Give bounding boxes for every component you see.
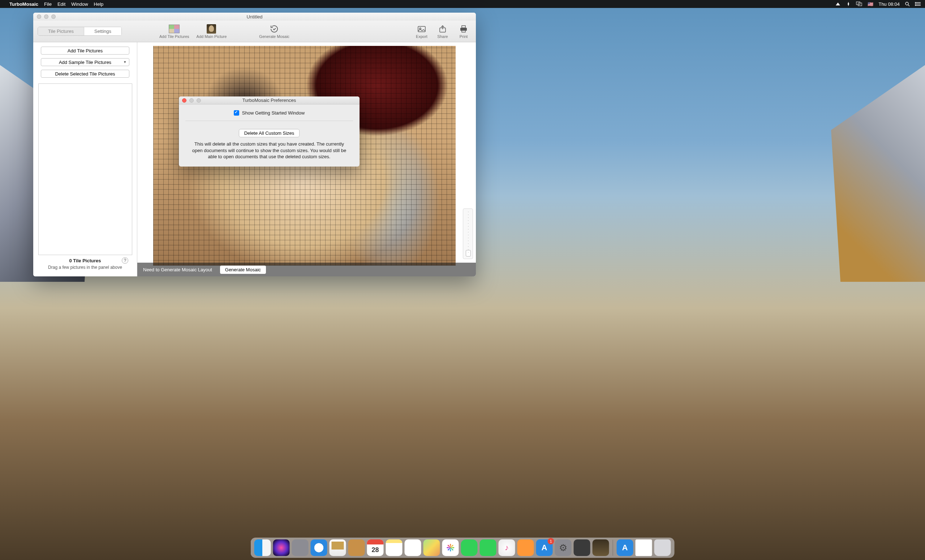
dock-maps[interactable] [423, 539, 440, 556]
toolbar-label: Export [416, 34, 428, 39]
menu-edit[interactable]: Edit [57, 2, 65, 7]
svg-point-9 [915, 5, 916, 6]
dock-messages[interactable] [461, 539, 478, 556]
status-icon-2[interactable] [846, 2, 851, 6]
dock-reminders[interactable] [405, 539, 421, 556]
preferences-titlebar[interactable]: TurboMosaic Preferences [179, 96, 360, 104]
toolbar-label: Add Main Picture [197, 34, 227, 39]
preferences-description: This will delete all the custom sizes th… [185, 141, 353, 160]
show-getting-started-checkbox[interactable] [234, 110, 239, 116]
portrait-icon [207, 24, 216, 34]
spotlight-icon[interactable] [905, 2, 910, 6]
dock-itunes[interactable] [499, 539, 515, 556]
add-main-picture-button[interactable]: Add Main Picture [195, 24, 228, 39]
app-menu[interactable]: TurboMosaic [9, 2, 38, 7]
add-tile-pictures-sidebar-button[interactable]: Add Tile Pictures [41, 47, 130, 54]
window-title: Untitled [33, 14, 476, 20]
share-button[interactable]: Share [435, 24, 450, 39]
flag-icon[interactable]: 🇺🇸 [868, 2, 873, 7]
dock-calendar[interactable] [367, 539, 384, 556]
toolbar-label: Generate Mosaic [259, 34, 289, 39]
menu-help[interactable]: Help [94, 2, 104, 7]
dock-ibooks[interactable] [517, 539, 534, 556]
dock-app-2[interactable] [617, 539, 633, 556]
svg-point-2 [905, 2, 908, 5]
svg-line-3 [908, 5, 910, 6]
menu-window[interactable]: Window [71, 2, 88, 7]
printer-icon [458, 24, 469, 34]
tab-tile-pictures[interactable]: Tile Pictures [38, 27, 84, 35]
dock-system-preferences[interactable] [555, 539, 572, 556]
dock-turbomosaic[interactable] [592, 539, 609, 556]
dock-photos[interactable] [442, 539, 459, 556]
preferences-window: TurboMosaic Preferences Show Getting Sta… [179, 96, 360, 167]
zoom-slider[interactable] [463, 208, 473, 259]
clock[interactable]: Thu 08:04 [878, 2, 900, 7]
toolbar-label: Print [459, 34, 468, 39]
dock-contacts[interactable] [348, 539, 365, 556]
dock-document[interactable] [636, 539, 652, 556]
badge: 1 [548, 538, 554, 545]
tiles-icon [169, 24, 179, 33]
menu-file[interactable]: File [44, 2, 52, 7]
zoom-knob[interactable] [466, 250, 471, 256]
dock-mail[interactable] [330, 539, 346, 556]
status-icon-1[interactable] [835, 2, 841, 6]
checkbox-label: Show Getting Started Window [242, 110, 304, 116]
tile-pictures-list[interactable] [38, 83, 132, 255]
sidebar-tab-control[interactable]: Tile Pictures Settings [38, 27, 122, 36]
dock-app-1[interactable] [574, 539, 591, 556]
add-tile-pictures-button[interactable]: Add Tile Pictures [158, 24, 191, 39]
dock-launchpad[interactable] [292, 539, 309, 556]
export-icon [416, 24, 428, 34]
export-button[interactable]: Export [414, 24, 429, 39]
print-button[interactable]: Print [456, 24, 471, 39]
dock-notes[interactable] [386, 539, 402, 556]
svg-point-7 [915, 2, 916, 3]
svg-rect-14 [462, 26, 466, 28]
preferences-title: TurboMosaic Preferences [179, 98, 360, 103]
status-bar: Need to Generate Mosaic Layout Generate … [137, 263, 476, 276]
dock-facetime[interactable] [480, 539, 496, 556]
generate-mosaic-button[interactable]: Generate Mosaic [258, 24, 291, 39]
dock: 1 [251, 537, 675, 558]
display-icon[interactable] [856, 2, 862, 6]
share-icon [437, 24, 448, 34]
system-menubar: TurboMosaic File Edit Window Help 🇺🇸 Thu… [0, 0, 925, 8]
generate-mosaic-status-button[interactable]: Generate Mosaic [220, 265, 266, 274]
sidebar: Add Tile Pictures Add Sample Tile Pictur… [33, 42, 137, 276]
svg-rect-13 [460, 28, 467, 31]
toolbar: Tile Pictures Settings Add Tile Pictures… [33, 21, 476, 42]
delete-selected-button[interactable]: Delete Selected Tile Pictures [41, 70, 130, 78]
toolbar-label: Add Tile Pictures [159, 34, 189, 39]
menu-extras-icon[interactable] [915, 2, 920, 6]
toolbar-label: Share [437, 34, 448, 39]
delete-custom-sizes-button[interactable]: Delete All Custom Sizes [239, 129, 300, 137]
drag-hint: Drag a few pictures in the panel above [37, 265, 133, 270]
tab-settings[interactable]: Settings [84, 27, 121, 35]
dock-finder[interactable] [255, 539, 271, 556]
refresh-icon [268, 24, 280, 34]
tile-count-label: 0 Tile Pictures [37, 258, 133, 263]
svg-point-8 [915, 4, 916, 5]
dock-appstore[interactable]: 1 [536, 539, 553, 556]
status-message: Need to Generate Mosaic Layout [143, 267, 212, 272]
dock-separator [613, 540, 613, 555]
add-sample-pictures-dropdown[interactable]: Add Sample Tile Pictures [41, 58, 130, 66]
window-titlebar[interactable]: Untitled [33, 13, 476, 21]
dock-safari[interactable] [311, 539, 327, 556]
svg-rect-10 [418, 26, 425, 32]
help-button[interactable]: ? [122, 257, 128, 264]
dock-trash[interactable] [654, 539, 671, 556]
dock-siri[interactable] [273, 539, 290, 556]
